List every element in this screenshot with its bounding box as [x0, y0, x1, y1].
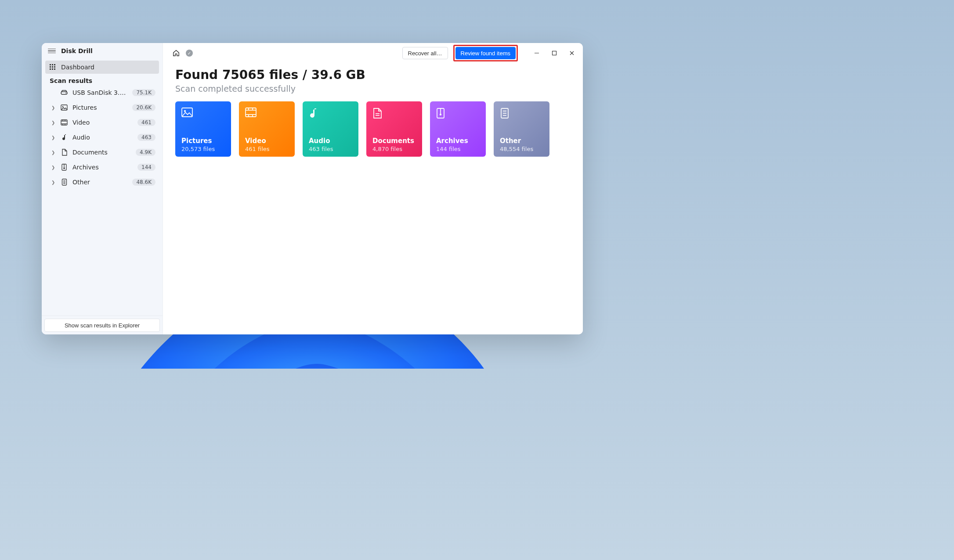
close-icon[interactable] — [568, 49, 576, 57]
documents-icon — [372, 108, 417, 120]
sidebar-item-label: USB SanDisk 3.2Gen1… — [72, 89, 128, 96]
sidebar-item-video[interactable]: ❯Video461 — [45, 115, 159, 130]
archives-icon — [60, 164, 68, 171]
svg-point-44 — [440, 114, 441, 115]
recover-all-button[interactable]: Recover all… — [402, 47, 448, 59]
sidebar-footer: Show scan results in Explorer — [42, 316, 163, 334]
sidebar-header: Disk Drill — [42, 43, 163, 58]
svg-rect-33 — [246, 108, 256, 117]
app-title: Disk Drill — [61, 47, 93, 54]
sidebar-item-other[interactable]: ❯Other48.6K — [45, 175, 159, 190]
menu-icon[interactable] — [48, 49, 56, 54]
card-subtitle: 4,870 files — [372, 146, 417, 152]
svg-point-10 — [65, 93, 66, 93]
count-badge: 144 — [137, 164, 155, 171]
sidebar: Disk Drill Dashboard Scan results USB Sa… — [42, 43, 163, 334]
svg-rect-4 — [52, 66, 53, 68]
sidebar-item-archives[interactable]: ❯Archives144 — [45, 160, 159, 175]
svg-point-32 — [184, 110, 186, 112]
content-area: Found 75065 files / 39.6 GB Scan complet… — [163, 63, 583, 161]
svg-rect-5 — [54, 66, 55, 68]
card-subtitle: 48,554 files — [500, 146, 544, 152]
check-icon[interactable]: ✓ — [186, 50, 193, 57]
sidebar-item-label: Other — [72, 179, 128, 186]
sidebar-item-documents[interactable]: ❯Documents4.9K — [45, 145, 159, 160]
card-title: Other — [500, 137, 544, 145]
svg-rect-8 — [54, 68, 55, 70]
svg-rect-0 — [50, 64, 51, 65]
results-subhead: Scan completed successfully — [175, 84, 571, 93]
sidebar-body: Dashboard Scan results USB SanDisk 3.2Ge… — [42, 58, 163, 316]
audio-icon — [60, 134, 68, 141]
svg-rect-7 — [52, 68, 53, 70]
card-title: Pictures — [181, 137, 226, 145]
sidebar-item-label: Audio — [72, 134, 133, 141]
audio-icon — [309, 108, 353, 120]
drive-icon — [60, 90, 68, 95]
count-badge: 461 — [137, 119, 155, 126]
count-badge: 20.6K — [132, 104, 155, 111]
minimize-icon[interactable] — [533, 49, 541, 57]
sidebar-item-dashboard[interactable]: Dashboard — [45, 61, 159, 74]
card-subtitle: 463 files — [309, 146, 353, 152]
video-icon — [245, 108, 289, 120]
sidebar-item-audio[interactable]: ❯Audio463 — [45, 130, 159, 145]
sidebar-item-label: Documents — [72, 149, 131, 156]
svg-point-12 — [62, 106, 64, 108]
category-card-pictures[interactable]: Pictures20,573 files — [175, 101, 231, 157]
window-controls — [533, 49, 576, 57]
video-icon — [60, 119, 68, 126]
pictures-icon — [60, 104, 68, 111]
sidebar-item-label: Archives — [72, 164, 133, 171]
card-subtitle: 20,573 files — [181, 146, 226, 152]
chevron-right-icon: ❯ — [51, 120, 56, 125]
chevron-right-icon: ❯ — [51, 105, 56, 110]
count-badge: 463 — [137, 134, 155, 141]
highlight-annotation: Review found items — [453, 45, 518, 61]
svg-rect-6 — [50, 68, 51, 70]
home-icon[interactable] — [172, 49, 181, 57]
grid-icon — [49, 64, 57, 70]
card-title: Audio — [309, 137, 353, 145]
category-card-archives[interactable]: Archives144 files — [430, 101, 486, 157]
svg-rect-22 — [64, 168, 65, 169]
card-subtitle: 144 files — [436, 146, 481, 152]
toolbar: ✓ Recover all… Review found items — [163, 43, 583, 63]
category-card-audio[interactable]: Audio463 files — [303, 101, 358, 157]
category-card-documents[interactable]: Documents4,870 files — [366, 101, 422, 157]
chevron-right-icon: ❯ — [51, 135, 56, 140]
category-card-video[interactable]: Video461 files — [239, 101, 295, 157]
archives-icon — [436, 108, 481, 120]
chevron-right-icon: ❯ — [51, 180, 56, 185]
svg-rect-28 — [553, 51, 556, 55]
main-panel: ✓ Recover all… Review found items Found … — [163, 43, 583, 334]
svg-rect-1 — [52, 64, 53, 65]
other-icon — [60, 179, 68, 186]
maximize-icon[interactable] — [550, 49, 558, 57]
count-badge: 75.1K — [132, 89, 155, 96]
category-cards: Pictures20,573 filesVideo461 filesAudio4… — [175, 101, 571, 157]
sidebar-item-label: Pictures — [72, 104, 128, 111]
sidebar-item-pictures[interactable]: ❯Pictures20.6K — [45, 100, 159, 115]
results-headline: Found 75065 files / 39.6 GB — [175, 68, 571, 82]
chevron-right-icon: ❯ — [51, 150, 56, 155]
card-title: Documents — [372, 137, 417, 145]
show-in-explorer-button[interactable]: Show scan results in Explorer — [44, 319, 160, 332]
review-found-items-button[interactable]: Review found items — [455, 47, 516, 59]
count-badge: 4.9K — [136, 149, 155, 156]
other-icon — [500, 108, 544, 120]
card-title: Archives — [436, 137, 481, 145]
sidebar-item-drive[interactable]: USB SanDisk 3.2Gen1… 75.1K — [45, 85, 159, 100]
card-subtitle: 461 files — [245, 146, 289, 152]
svg-rect-13 — [61, 120, 67, 125]
svg-rect-3 — [50, 66, 51, 68]
chevron-right-icon: ❯ — [51, 165, 56, 170]
documents-icon — [60, 149, 68, 156]
pictures-icon — [181, 108, 226, 120]
sidebar-section-title: Scan results — [45, 75, 159, 85]
category-card-other[interactable]: Other48,554 files — [494, 101, 549, 157]
sidebar-item-label: Video — [72, 119, 133, 126]
app-window: Disk Drill Dashboard Scan results USB Sa… — [42, 43, 583, 334]
svg-rect-2 — [54, 64, 55, 65]
card-title: Video — [245, 137, 289, 145]
